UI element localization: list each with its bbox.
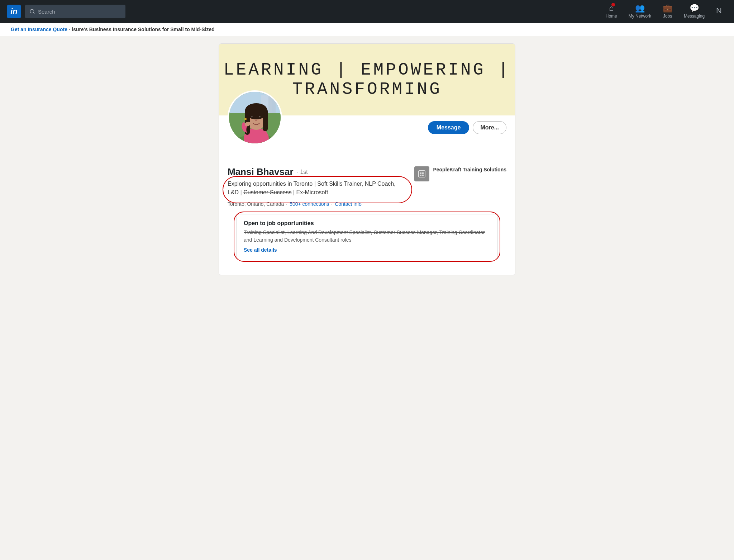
svg-rect-24 <box>422 172 424 174</box>
nav-my-network[interactable]: 👥 My Network <box>624 0 656 23</box>
ad-link[interactable]: Get an Insurance Quote <box>11 27 67 32</box>
open-to-work-box: Open to job opportunities Training Speci… <box>236 214 498 259</box>
profile-location: Toronto, Ontario, Canada <box>228 201 284 207</box>
svg-point-18 <box>259 116 261 118</box>
home-label: Home <box>606 14 617 19</box>
messaging-label: Messaging <box>684 14 705 19</box>
svg-point-20 <box>244 118 247 120</box>
profile-top-section: Message More... <box>219 115 515 134</box>
svg-rect-22 <box>419 171 425 177</box>
company-name: PeopleKraft Training Solutions <box>433 166 506 174</box>
search-input[interactable] <box>38 9 121 15</box>
svg-point-19 <box>255 120 257 121</box>
search-icon <box>29 9 35 14</box>
avatar <box>228 90 282 145</box>
main-content: LEARNING | EMPOWERING | TRANSFORMING <box>213 43 521 275</box>
degree-badge: · 1st <box>297 169 308 175</box>
more-button[interactable]: More... <box>473 121 506 134</box>
otw-desc-strikethrough: Training Specialist, Learning And Develo… <box>244 229 485 243</box>
contact-info-link[interactable]: Contact info <box>335 201 362 207</box>
profile-card: LEARNING | EMPOWERING | TRANSFORMING <box>219 43 515 275</box>
notifications-icon: N <box>716 6 722 15</box>
connections-link[interactable]: 500+ connections <box>290 201 329 207</box>
svg-rect-23 <box>420 172 421 174</box>
message-button[interactable]: Message <box>428 121 470 134</box>
headline-container: Exploring opportunities in Toronto | Sof… <box>228 180 407 200</box>
svg-line-1 <box>33 13 34 14</box>
navbar: in ⌂ Home 👥 My Network 💼 Jobs 💬 Messagin… <box>0 0 734 23</box>
nav-notifications[interactable]: N <box>711 0 727 23</box>
nav-items: ⌂ Home 👥 My Network 💼 Jobs 💬 Messaging N <box>601 0 727 23</box>
notification-dot <box>611 3 615 6</box>
profile-company: PeopleKraft Training Solutions <box>414 166 506 207</box>
profile-info-left: Mansi Bhavsar · 1st Exploring opportunit… <box>228 166 407 207</box>
linkedin-logo[interactable]: in <box>7 5 21 18</box>
nav-messaging[interactable]: 💬 Messaging <box>679 0 710 23</box>
company-logo <box>414 166 429 181</box>
profile-name-row: Mansi Bhavsar · 1st <box>228 166 407 177</box>
svg-point-14 <box>246 103 267 116</box>
ad-banner: Get an Insurance Quote - isure's Busines… <box>0 23 734 36</box>
messaging-icon: 💬 <box>690 4 699 13</box>
headline-strikethrough: Customer Success <box>243 189 291 195</box>
profile-name: Mansi Bhavsar <box>228 166 294 177</box>
ad-text: - isure's Business Insurance Solutions f… <box>67 27 215 32</box>
my-network-icon: 👥 <box>635 4 645 13</box>
open-to-work-description: Training Specialist, Learning And Develo… <box>244 229 490 244</box>
open-to-work-title: Open to job opportunities <box>244 220 490 227</box>
my-network-label: My Network <box>629 14 651 19</box>
profile-headline: Exploring opportunities in Toronto | Sof… <box>228 180 407 197</box>
search-box[interactable] <box>25 5 125 18</box>
profile-info: Mansi Bhavsar · 1st Exploring opportunit… <box>219 134 515 214</box>
svg-rect-26 <box>422 175 424 176</box>
nav-home[interactable]: ⌂ Home <box>601 0 622 23</box>
open-to-work-section: Open to job opportunities Training Speci… <box>219 214 515 275</box>
jobs-icon: 💼 <box>663 4 672 13</box>
svg-point-17 <box>252 116 253 118</box>
company-logo-icon <box>418 170 426 178</box>
svg-point-0 <box>30 9 34 13</box>
home-icon: ⌂ <box>609 4 614 13</box>
profile-meta: Toronto, Ontario, Canada · 500+ connecti… <box>228 201 407 207</box>
nav-jobs[interactable]: 💼 Jobs <box>658 0 677 23</box>
jobs-label: Jobs <box>663 14 672 19</box>
svg-rect-25 <box>420 175 421 176</box>
see-all-details-link[interactable]: See all details <box>244 247 277 253</box>
